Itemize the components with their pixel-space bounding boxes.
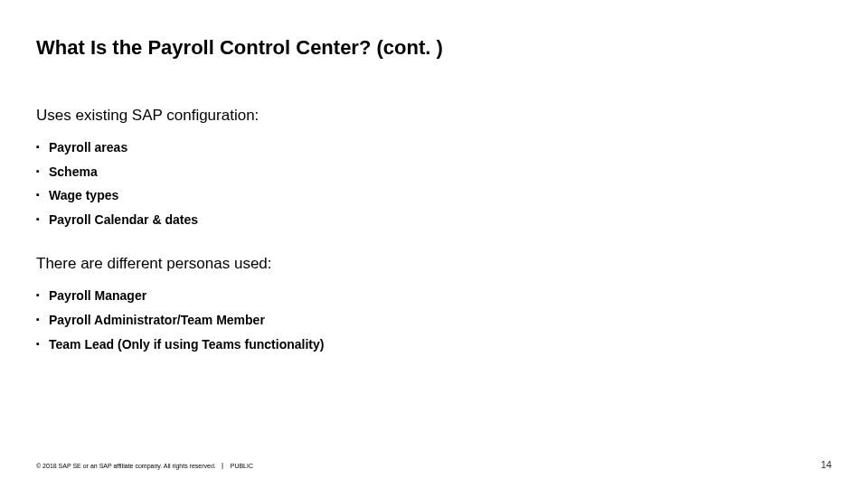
list-item: Payroll areas [36, 136, 832, 160]
section-heading-1: Uses existing SAP configuration: [36, 107, 832, 125]
list-item: Team Lead (Only if using Teams functiona… [36, 333, 832, 357]
footer-copyright: © 2018 SAP SE or an SAP affiliate compan… [36, 463, 216, 469]
list-item: Wage types [36, 183, 832, 208]
list-item: Schema [36, 160, 832, 184]
slide: What Is the Payroll Control Center? (con… [0, 0, 868, 488]
footer-left: © 2018 SAP SE or an SAP affiliate compan… [36, 463, 253, 470]
bullet-list-1: Payroll areas Schema Wage types Payroll … [36, 136, 832, 231]
page-title: What Is the Payroll Control Center? (con… [36, 36, 832, 60]
slide-footer: © 2018 SAP SE or an SAP affiliate compan… [36, 459, 832, 470]
bullet-list-2: Payroll Manager Payroll Administrator/Te… [36, 284, 832, 356]
footer-page-number: 14 [821, 459, 832, 470]
list-item: Payroll Administrator/Team Member [36, 308, 832, 333]
list-item: Payroll Manager [36, 284, 832, 308]
footer-classification: PUBLIC [231, 463, 253, 469]
list-item: Payroll Calendar & dates [36, 208, 832, 232]
footer-separator: ǀ [222, 463, 225, 469]
section-heading-2: There are different personas used: [36, 255, 832, 273]
